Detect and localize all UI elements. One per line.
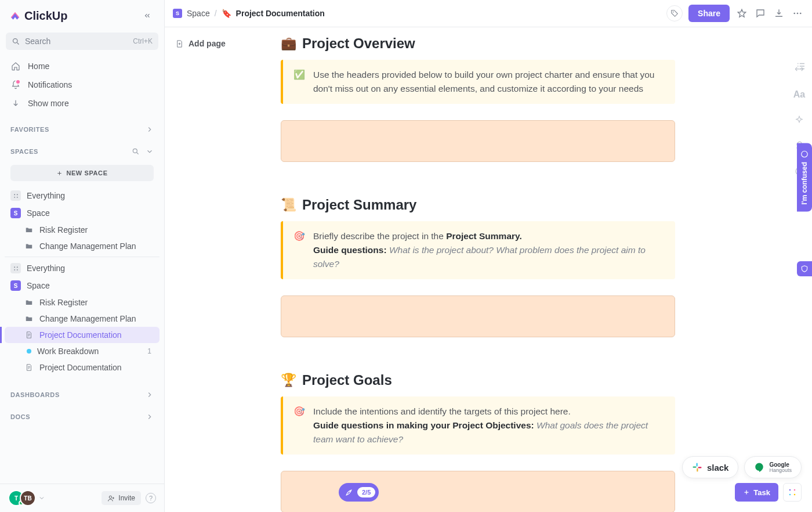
more-button[interactable]	[791, 7, 804, 20]
tree-everything-2[interactable]: Everything	[5, 259, 160, 277]
tree-label: Everything	[27, 264, 65, 273]
user-plus-icon	[107, 495, 115, 502]
doc-icon	[24, 330, 34, 340]
brand-text: ClickUp	[24, 9, 67, 23]
folder-icon	[24, 314, 34, 323]
logo[interactable]: ClickUp	[9, 9, 67, 23]
share-button[interactable]: Share	[688, 5, 730, 22]
nav-notifications[interactable]: Notifications	[5, 75, 160, 94]
docs-label: DOCS	[10, 413, 30, 420]
svg-point-25	[794, 494, 796, 496]
search-input[interactable]: Search Ctrl+K	[6, 33, 158, 50]
tree-everything[interactable]: Everything	[5, 187, 160, 204]
star-button[interactable]	[735, 7, 748, 20]
tree-work-breakdown[interactable]: Work Breakdown 1	[5, 343, 160, 359]
tree-risk-register-2[interactable]: Risk Register	[5, 294, 160, 311]
nav-notifications-label: Notifications	[28, 80, 72, 89]
dashboards-label: DASHBOARDS	[10, 391, 60, 398]
svg-point-3	[16, 194, 17, 195]
svg-point-6	[14, 266, 15, 268]
privacy-button[interactable]	[797, 261, 812, 276]
im-confused-button[interactable]: I'm confused	[797, 143, 812, 212]
section-dashboards[interactable]: DASHBOARDS	[0, 380, 164, 402]
everything-icon	[10, 263, 21, 273]
shield-icon	[800, 265, 809, 273]
slack-chip[interactable]: slack	[682, 456, 739, 478]
tree-label: Work Breakdown	[37, 347, 99, 356]
section-favorites[interactable]: FAVORITES	[0, 115, 164, 137]
apps-button[interactable]	[783, 483, 802, 502]
content-placeholder[interactable]	[281, 120, 675, 162]
tree-space[interactable]: S Space	[5, 204, 160, 222]
download-button[interactable]	[773, 7, 785, 20]
nav-home[interactable]: Home	[5, 57, 160, 75]
section-docs[interactable]: DOCS	[0, 402, 164, 424]
main: S Space / 🔖 Project Documentation Share …	[165, 0, 812, 512]
svg-point-14	[800, 13, 802, 15]
tree-change-mgmt[interactable]: Change Management Plan	[5, 238, 160, 254]
grid-icon	[788, 488, 797, 497]
document-body[interactable]: 💼 Project Overview ✅ Use the headers pro…	[281, 35, 698, 512]
heading-summary[interactable]: 📜 Project Summary	[281, 197, 675, 213]
crumb-space[interactable]: Space	[187, 9, 210, 18]
svg-point-23	[794, 489, 796, 491]
tree-project-doc-2[interactable]: Project Documentation	[5, 359, 160, 376]
new-space-button[interactable]: NEW SPACE	[10, 165, 154, 181]
svg-point-8	[14, 269, 15, 270]
tree-label: Everything	[27, 191, 65, 200]
add-page-button[interactable]: Add page	[171, 35, 274, 52]
hangouts-chip[interactable]: GoogleHangouts	[744, 456, 802, 478]
section-spaces[interactable]: SPACES	[0, 137, 164, 159]
tree-space-2[interactable]: S Space	[5, 277, 160, 294]
svg-point-7	[16, 266, 17, 268]
page-plus-icon	[175, 39, 184, 48]
folder-icon	[24, 298, 34, 307]
callout-summary[interactable]: 🎯 Briefly describe the project in the Pr…	[281, 221, 675, 279]
search-icon[interactable]	[132, 147, 140, 156]
heading-overview[interactable]: 💼 Project Overview	[281, 35, 675, 52]
space-icon: S	[10, 280, 21, 291]
tree-label: Risk Register	[39, 225, 88, 235]
breadcrumb: S Space / 🔖 Project Documentation	[173, 9, 325, 18]
svg-point-12	[793, 13, 795, 15]
collapse-sidebar-button[interactable]	[140, 8, 155, 23]
chevron-right-icon	[146, 391, 154, 399]
svg-point-1	[133, 149, 137, 153]
help-button[interactable]: ?	[146, 493, 156, 503]
width-toggle[interactable]	[793, 63, 806, 75]
onboarding-pill[interactable]: 2/5	[339, 483, 379, 502]
tree-label: Change Management Plan	[39, 241, 136, 251]
callout-goals[interactable]: 🎯 Include the intentions and identify th…	[281, 396, 675, 455]
everything-icon	[10, 190, 21, 201]
briefcase-emoji-icon: 💼	[281, 36, 296, 51]
trophy-emoji-icon: 🏆	[281, 373, 296, 388]
plus-icon	[56, 170, 63, 176]
svg-point-13	[797, 13, 799, 15]
comment-button[interactable]	[754, 7, 767, 20]
heading-goals[interactable]: 🏆 Project Goals	[281, 372, 675, 388]
new-task-button[interactable]: Task	[735, 483, 778, 502]
page-outline: Add page	[165, 27, 281, 512]
ai-button[interactable]	[793, 114, 806, 127]
chevron-down-icon[interactable]	[38, 495, 45, 502]
add-page-label: Add page	[188, 39, 226, 48]
doc-icon	[24, 363, 34, 372]
slack-icon	[692, 462, 702, 473]
svg-point-22	[789, 489, 791, 491]
avatar[interactable]: TB	[20, 490, 36, 506]
arrows-horizontal-icon	[794, 64, 804, 74]
check-emoji-icon: ✅	[293, 68, 305, 96]
chevron-down-icon[interactable]	[146, 147, 154, 156]
tree-risk-register[interactable]: Risk Register	[5, 222, 160, 238]
notification-badge	[15, 79, 21, 85]
invite-button[interactable]: Invite	[102, 491, 141, 505]
user-avatars[interactable]: T TB	[8, 490, 45, 506]
nav-show-more[interactable]: Show more	[5, 94, 160, 113]
callout-overview[interactable]: ✅ Use the headers provided below to buil…	[281, 60, 675, 104]
content-placeholder[interactable]	[281, 295, 675, 337]
tree-project-doc-active[interactable]: Project Documentation	[5, 327, 160, 343]
font-button[interactable]: Aa	[793, 88, 806, 101]
tag-button[interactable]	[666, 5, 683, 21]
crumb-doc[interactable]: Project Documentation	[236, 9, 325, 18]
tree-change-mgmt-2[interactable]: Change Management Plan	[5, 311, 160, 327]
